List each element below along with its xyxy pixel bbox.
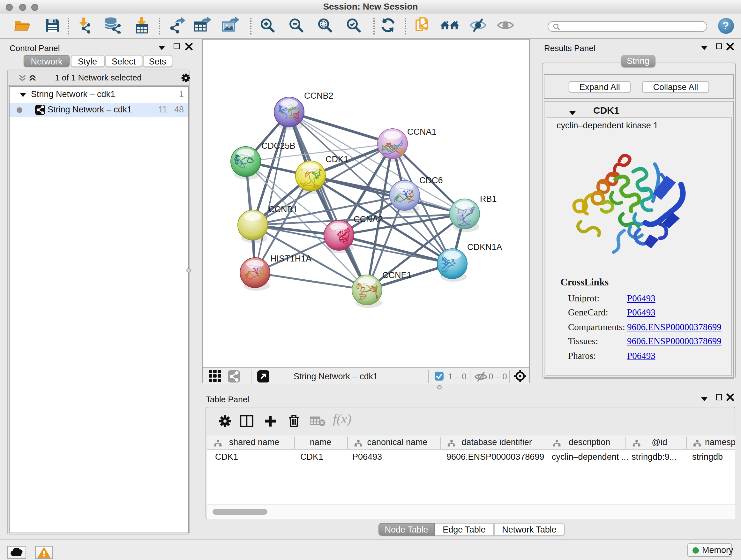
svg-text:RB1: RB1 [480, 194, 496, 204]
svg-text:CCNA1: CCNA1 [407, 127, 436, 137]
svg-text:CDKN1A: CDKN1A [467, 242, 502, 252]
svg-text:CDC25B: CDC25B [261, 141, 295, 151]
svg-text:CCNE1: CCNE1 [382, 270, 411, 280]
svg-text:CCNB2: CCNB2 [304, 91, 333, 101]
svg-text:CDK1: CDK1 [325, 154, 348, 164]
svg-text:CCNB1: CCNB1 [268, 205, 297, 214]
svg-text:HIST1H1A: HIST1H1A [270, 254, 311, 263]
svg-text:CCNA2: CCNA2 [353, 214, 383, 224]
svg-text:CDC6: CDC6 [419, 176, 443, 185]
